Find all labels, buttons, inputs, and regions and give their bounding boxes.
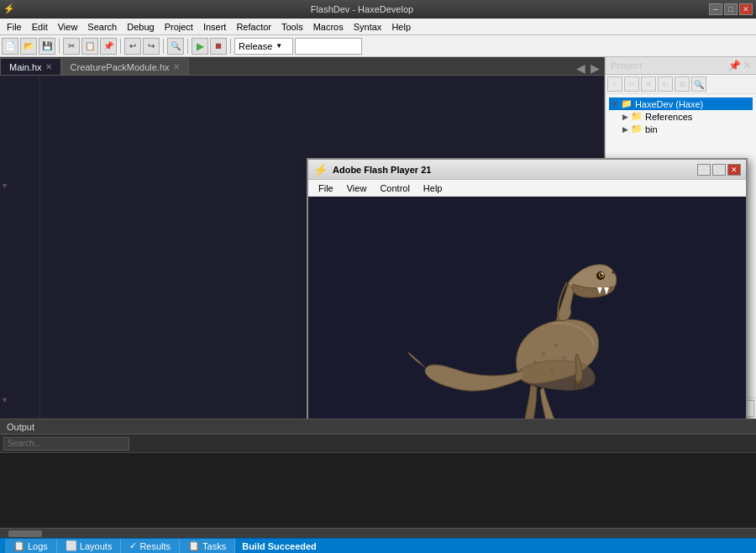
flash-menu-control[interactable]: Control [373,182,416,195]
tab-creature-pack[interactable]: CreaturePackModule.hx ✕ [61,58,189,75]
proj-edit-button[interactable]: ✏ [624,76,639,92]
flash-minimize-button[interactable]: ─ [697,164,711,176]
svg-point-10 [612,271,615,274]
layouts-icon: ⬜ [66,540,77,551]
menu-item-tools[interactable]: Tools [276,18,308,35]
close-button[interactable]: ✕ [739,3,753,15]
toolbar-separator-2 [120,39,121,54]
close-tab-icon[interactable]: ✕ [45,62,52,71]
menu-item-insert[interactable]: Insert [198,18,232,35]
chevron-down-icon: ▼ [276,42,282,50]
menu-item-help[interactable]: Help [386,18,416,35]
tab-scroll-left-button[interactable]: ◀ [574,61,588,75]
flash-icon: ⚡ [313,163,328,176]
menu-item-macros[interactable]: Macros [308,18,349,35]
project-title: Project [611,61,642,71]
proj-add-button[interactable]: + [607,76,622,92]
save-button[interactable]: 💾 [39,38,55,55]
output-panel: Output [0,419,756,528]
redo-button[interactable]: ↪ [143,38,160,55]
proj-settings-button[interactable]: ⚙ [675,76,690,92]
stop-button[interactable]: ⏹ [210,38,227,55]
window-title: FlashDev - HaxeDevelop [15,4,709,14]
menu-item-refactor[interactable]: Refactor [231,18,276,35]
build-target-input[interactable] [295,38,362,55]
tab-scroll-right-button[interactable]: ▶ [588,61,602,75]
proj-delete-button[interactable]: ✕ [641,76,656,92]
maximize-button[interactable]: □ [724,3,738,15]
open-button[interactable]: 📂 [20,38,37,55]
cut-button[interactable]: ✂ [63,38,80,55]
status-tab-results[interactable]: ✓ Results [121,539,180,554]
project-pin-button[interactable]: 📌 [728,60,741,71]
expand-arrow-bin-icon: ▶ [622,125,628,134]
dinosaur-image [375,224,695,419]
flash-close-button[interactable]: ✕ [727,164,741,176]
project-close-button[interactable]: ✕ [743,60,751,71]
build-status: Build Succeeded [242,541,317,551]
output-header: Output [0,419,756,434]
flash-menu-help[interactable]: Help [417,182,449,195]
flash-content [308,197,746,419]
fold-column: ▼ ▼ ▼ [0,76,10,419]
scrollbar-thumb[interactable] [8,530,42,537]
toolbar-separator-5 [230,39,231,54]
toolbar: 📄 📂 💾 ✂ 📋 📌 ↩ ↪ 🔍 ▶ ⏹ Release ▼ [0,35,756,57]
window-controls: ─ □ ✕ [709,3,753,15]
output-search-input[interactable] [3,437,129,450]
logs-icon: 📋 [13,540,25,551]
output-search-bar [0,434,756,453]
proj-search-toggle-button[interactable]: 🔍 [691,76,706,92]
tree-item-hashdev[interactable]: ▼ 📁 HaxeDev (Haxe) [609,97,753,110]
menu-item-syntax[interactable]: Syntax [349,18,387,35]
svg-point-8 [533,361,537,364]
menu-item-edit[interactable]: Edit [27,18,53,35]
svg-point-9 [550,369,554,372]
proj-refresh-button[interactable]: ↻ [658,76,673,92]
menu-item-file[interactable]: File [2,18,27,35]
minimize-button[interactable]: ─ [709,3,722,15]
menu-item-search[interactable]: Search [82,18,122,35]
menu-item-view[interactable]: View [53,18,83,35]
app-icon: ⚡ [3,3,15,14]
expand-arrow-refs-icon: ▶ [622,113,628,121]
status-tabs: 📋 Logs ⬜ Layouts ✓ Results 📋 Tasks [5,539,235,554]
toolbar-separator [59,39,60,54]
statusbar: 📋 Logs ⬜ Layouts ✓ Results 📋 Tasks Build… [0,538,756,553]
svg-point-7 [563,356,566,360]
run-button[interactable]: ▶ [192,38,208,55]
search-button[interactable]: 🔍 [167,38,184,55]
undo-button[interactable]: ↩ [124,38,141,55]
tasks-icon: 📋 [188,540,200,551]
status-tab-logs[interactable]: 📋 Logs [5,539,57,554]
tree-item-bin[interactable]: ▶ 📁 bin [621,123,753,135]
horizontal-scrollbar[interactable] [0,528,756,538]
flash-maximize-button[interactable]: □ [712,164,726,176]
flash-menu-file[interactable]: File [312,182,340,195]
titlebar: ⚡ FlashDev - HaxeDevelop ─ □ ✕ [0,0,756,18]
tree-item-references[interactable]: ▶ 📁 References [621,110,753,123]
project-toolbar: + ✏ ✕ ↻ ⚙ 🔍 [606,75,756,94]
expand-arrow-icon: ▼ [611,100,618,108]
close-tab-icon-2[interactable]: ✕ [173,62,180,71]
toolbar-separator-3 [163,39,164,54]
new-file-button[interactable]: 📄 [2,38,18,55]
flash-player-window: ⚡ Adobe Flash Player 21 ─ □ ✕ File View … [307,158,748,419]
tab-bar: Main.hx ✕ CreaturePackModule.hx ✕ ◀ ▶ [0,57,604,76]
menu-item-debug[interactable]: Debug [122,18,159,35]
paste-button[interactable]: 📌 [100,38,117,55]
output-title: Output [7,422,34,432]
svg-point-4 [601,273,603,275]
flash-menu-view[interactable]: View [340,182,374,195]
build-config-dropdown[interactable]: Release ▼ [234,38,293,55]
status-tab-tasks[interactable]: 📋 Tasks [180,539,235,554]
tree-children: ▶ 📁 References ▶ 📁 bin [609,110,753,135]
menubar: FileEditViewSearchDebugProjectInsertRefa… [0,18,756,35]
tab-main-hx[interactable]: Main.hx ✕ [0,58,61,75]
menu-item-project[interactable]: Project [160,18,198,35]
copy-button[interactable]: 📋 [81,38,98,55]
project-header: Project 📌 ✕ [606,57,756,75]
results-icon: ✓ [129,540,137,551]
svg-point-5 [542,352,545,356]
status-tab-layouts[interactable]: ⬜ Layouts [57,539,122,554]
